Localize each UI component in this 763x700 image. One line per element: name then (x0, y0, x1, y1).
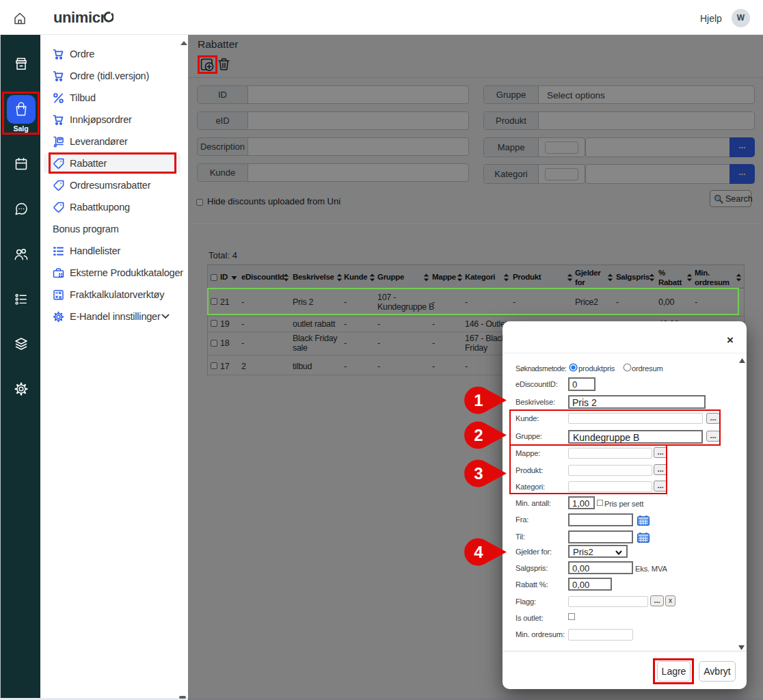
svg-text:4: 4 (474, 543, 483, 561)
svg-text:1: 1 (474, 391, 483, 409)
svg-text:2: 2 (474, 426, 483, 444)
svg-text:3: 3 (474, 464, 483, 483)
